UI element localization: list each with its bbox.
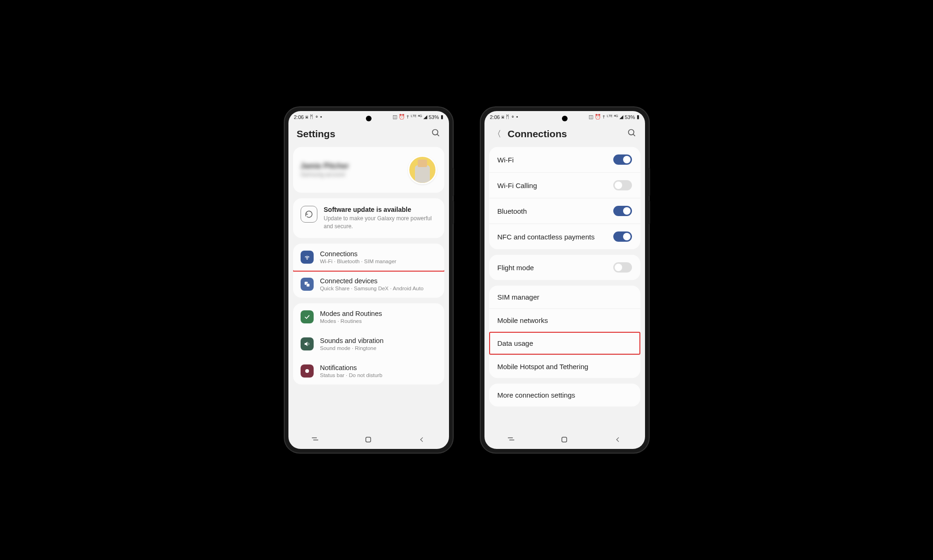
back-button[interactable] [416, 435, 428, 444]
nfc-toggle[interactable] [613, 231, 632, 242]
connections-group-4: More connection settings [489, 384, 640, 406]
back-button[interactable] [612, 435, 624, 444]
battery-icon: ▮ [637, 114, 639, 120]
update-description: Update to make your Galaxy more powerful… [324, 215, 437, 231]
back-icon[interactable]: 〈 [493, 128, 501, 140]
connections-item[interactable]: Connections Wi-Fi · Bluetooth · SIM mana… [293, 244, 444, 272]
svg-point-0 [432, 130, 438, 135]
setting-desc: Quick Share · Samsung DeX · Android Auto [320, 286, 437, 291]
nfc-item[interactable]: NFC and contactless payments [489, 224, 640, 249]
search-icon[interactable] [627, 128, 637, 140]
profile-name: Jamie Pitcher [301, 162, 408, 170]
side-button [453, 168, 454, 196]
page-title: Settings [297, 128, 336, 140]
hotspot-item[interactable]: Mobile Hotspot and Tethering [489, 355, 640, 378]
wifi-icon [301, 251, 314, 264]
connections-header: 〈 Connections [484, 121, 645, 147]
status-battery: 53% [428, 114, 439, 120]
setting-title: Notifications [320, 364, 437, 371]
svg-line-8 [633, 134, 635, 136]
profile-card[interactable]: Jamie Pitcher Samsung account [293, 147, 444, 193]
screen-connections: 2:06 ▣ ᛗ ⚬ • ◫ ⏰ ⫯ ᴸᵀᴱ ⁴ᴳ ◢ 53% ▮ 〈 Conn… [484, 111, 645, 449]
connected-devices-item[interactable]: Connected devices Quick Share · Samsung … [293, 271, 444, 298]
home-button[interactable] [559, 435, 570, 444]
profile-subtitle: Samsung account [301, 171, 408, 178]
connections-group-3: SIM manager Mobile networks Data usage M… [489, 286, 640, 378]
conn-label: Flight mode [498, 264, 534, 272]
conn-label: Mobile networks [498, 316, 548, 324]
wifi-calling-toggle[interactable] [613, 180, 632, 190]
wifi-calling-item[interactable]: Wi-Fi Calling [489, 172, 640, 198]
status-battery: 53% [624, 114, 635, 120]
setting-title: Modes and Routines [320, 310, 437, 317]
settings-header: Settings [288, 121, 449, 147]
bluetooth-item[interactable]: Bluetooth [489, 198, 640, 224]
recent-button[interactable] [309, 435, 321, 444]
setting-title: Sounds and vibration [320, 337, 437, 344]
devices-icon [301, 278, 314, 291]
setting-title: Connected devices [320, 277, 437, 285]
status-time: 2:06 [294, 114, 304, 120]
phone-left: 2:06 ▣ ᛗ ⚬ • ◫ ⏰ ⫯ ᴸᵀᴱ ⁴ᴳ ◢ 53% ▮ Settin… [285, 107, 453, 453]
modes-icon [301, 310, 314, 323]
bluetooth-toggle[interactable] [613, 206, 632, 216]
side-button [649, 168, 650, 196]
svg-point-7 [628, 130, 634, 135]
svg-point-5 [305, 369, 309, 373]
settings-group-2: Modes and Routines Modes · Routines Soun… [293, 303, 444, 385]
phone-right: 2:06 ▣ ᛗ ⚬ • ◫ ⏰ ⫯ ᴸᵀᴱ ⁴ᴳ ◢ 53% ▮ 〈 Conn… [481, 107, 649, 453]
svg-point-2 [307, 259, 307, 259]
wifi-item[interactable]: Wi-Fi [489, 147, 640, 172]
conn-label: Wi-Fi [498, 156, 514, 164]
avatar[interactable] [408, 155, 437, 184]
flight-mode-item[interactable]: Flight mode [489, 255, 640, 280]
svg-rect-6 [366, 437, 371, 442]
conn-label: Bluetooth [498, 207, 527, 215]
setting-desc: Modes · Routines [320, 318, 437, 324]
software-update-card[interactable]: Software update is available Update to m… [293, 198, 444, 238]
wifi-toggle[interactable] [613, 154, 632, 165]
more-settings-item[interactable]: More connection settings [489, 384, 640, 406]
svg-line-1 [437, 134, 439, 136]
side-button [649, 201, 650, 224]
conn-label: SIM manager [498, 293, 540, 301]
settings-group-1: Connections Wi-Fi · Bluetooth · SIM mana… [293, 244, 444, 298]
sound-icon [301, 337, 314, 350]
conn-label: More connection settings [498, 391, 575, 399]
screen-settings: 2:06 ▣ ᛗ ⚬ • ◫ ⏰ ⫯ ᴸᵀᴱ ⁴ᴳ ◢ 53% ▮ Settin… [288, 111, 449, 449]
status-icons-right: ◫ ⏰ ⫯ ᴸᵀᴱ ⁴ᴳ ◢ [589, 114, 623, 120]
home-button[interactable] [363, 435, 374, 444]
connections-group-1: Wi-Fi Wi-Fi Calling Bluetooth NFC and co… [489, 147, 640, 249]
data-usage-item[interactable]: Data usage [489, 332, 640, 355]
status-icons-left: ▣ ᛗ ⚬ • [305, 114, 322, 120]
search-icon[interactable] [431, 128, 441, 140]
conn-label: Wi-Fi Calling [498, 182, 537, 189]
mobile-networks-item[interactable]: Mobile networks [489, 308, 640, 332]
conn-label: Data usage [498, 339, 533, 347]
status-time: 2:06 [490, 114, 500, 120]
status-icons-left: ▣ ᛗ ⚬ • [501, 114, 518, 120]
status-icons-right: ◫ ⏰ ⫯ ᴸᵀᴱ ⁴ᴳ ◢ [393, 114, 427, 120]
update-title: Software update is available [324, 206, 437, 213]
sounds-item[interactable]: Sounds and vibration Sound mode · Ringto… [293, 330, 444, 357]
flight-mode-toggle[interactable] [613, 262, 632, 273]
notifications-item[interactable]: Notifications Status bar · Do not distur… [293, 357, 444, 385]
sim-manager-item[interactable]: SIM manager [489, 286, 640, 308]
setting-title: Connections [320, 250, 437, 258]
setting-desc: Status bar · Do not disturb [320, 372, 437, 378]
modes-item[interactable]: Modes and Routines Modes · Routines [293, 303, 444, 330]
update-icon [301, 206, 317, 223]
setting-desc: Sound mode · Ringtone [320, 345, 437, 351]
setting-desc: Wi-Fi · Bluetooth · SIM manager [320, 259, 437, 264]
recent-button[interactable] [505, 435, 517, 444]
camera-cutout [366, 116, 372, 121]
settings-content[interactable]: Jamie Pitcher Samsung account Software u… [288, 147, 449, 430]
nav-bar [288, 430, 449, 449]
connections-content[interactable]: Wi-Fi Wi-Fi Calling Bluetooth NFC and co… [484, 147, 645, 430]
conn-label: Mobile Hotspot and Tethering [498, 363, 589, 371]
notification-icon [301, 364, 314, 378]
nav-bar [484, 430, 645, 449]
connections-group-2: Flight mode [489, 255, 640, 280]
svg-rect-9 [562, 437, 567, 442]
svg-rect-4 [306, 283, 309, 287]
